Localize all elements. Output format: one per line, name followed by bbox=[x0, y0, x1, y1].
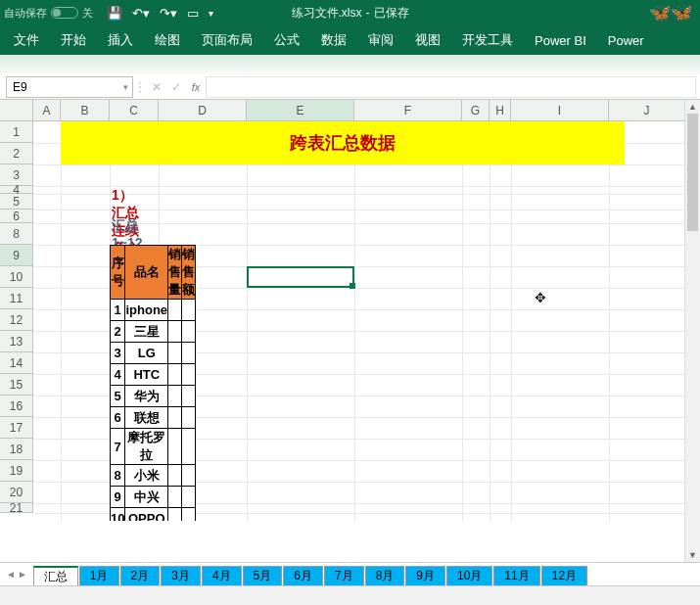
table-cell[interactable]: 中兴 bbox=[125, 487, 168, 508]
ribbon-tab[interactable]: Power bbox=[608, 33, 644, 48]
row-header[interactable]: 4 bbox=[0, 186, 33, 194]
ribbon-tab[interactable]: 开发工具 bbox=[462, 31, 513, 49]
vertical-scrollbar[interactable]: ▲ ▼ bbox=[684, 100, 700, 562]
row-header[interactable]: 6 bbox=[0, 209, 33, 223]
table-cell[interactable] bbox=[182, 487, 196, 508]
row-header[interactable]: 9 bbox=[0, 245, 33, 266]
accept-formula-icon[interactable]: ✓ bbox=[166, 80, 186, 94]
table-cell[interactable] bbox=[168, 407, 182, 429]
ribbon-tab[interactable]: 视图 bbox=[415, 31, 441, 49]
row-header[interactable]: 16 bbox=[0, 396, 33, 417]
ribbon-tab[interactable]: 绘图 bbox=[155, 31, 180, 49]
ribbon-tab[interactable]: 开始 bbox=[61, 31, 86, 49]
formula-bar[interactable] bbox=[206, 76, 696, 98]
table-cell[interactable] bbox=[168, 321, 182, 343]
ribbon-tab[interactable]: 文件 bbox=[14, 31, 39, 49]
spreadsheet-grid[interactable]: ABCDEFGHIJ 12345689101112131415161718192… bbox=[0, 100, 700, 521]
table-cell[interactable]: 摩托罗拉 bbox=[125, 429, 168, 465]
sheet-tab[interactable]: 11月 bbox=[493, 566, 539, 585]
ribbon-tab[interactable]: 数据 bbox=[321, 31, 347, 49]
sheet-tab[interactable]: 2月 bbox=[120, 566, 161, 585]
sheet-tab[interactable]: 5月 bbox=[243, 566, 283, 585]
row-header[interactable]: 21 bbox=[0, 503, 33, 513]
table-cell[interactable] bbox=[182, 407, 196, 429]
row-header[interactable]: 1 bbox=[0, 121, 33, 143]
table-cell[interactable] bbox=[182, 343, 196, 364]
table-cell[interactable]: 联想 bbox=[125, 407, 168, 429]
table-cell[interactable]: 4 bbox=[111, 364, 125, 386]
table-cell[interactable]: OPPO bbox=[125, 508, 168, 522]
table-cell[interactable] bbox=[168, 386, 182, 407]
table-row[interactable]: 2三星 bbox=[111, 321, 196, 343]
undo-icon[interactable]: ↶▾ bbox=[132, 6, 150, 21]
table-cell[interactable] bbox=[168, 465, 182, 487]
row-header[interactable]: 12 bbox=[0, 309, 33, 331]
column-header[interactable]: C bbox=[110, 100, 159, 121]
ribbon-tab[interactable]: 页面布局 bbox=[202, 31, 253, 49]
table-row[interactable]: 4HTC bbox=[111, 364, 196, 386]
toggle-pill[interactable] bbox=[51, 7, 78, 19]
table-cell[interactable] bbox=[168, 487, 182, 508]
autosave-toggle[interactable]: 自动保存 关 bbox=[4, 6, 93, 21]
table-cell[interactable]: 7 bbox=[111, 429, 125, 465]
table-cell[interactable]: 6 bbox=[111, 407, 125, 429]
qat-more-icon[interactable]: ▾ bbox=[209, 8, 213, 19]
table-cell[interactable] bbox=[182, 364, 196, 386]
sheet-tab[interactable]: 4月 bbox=[202, 566, 242, 585]
row-header[interactable]: 18 bbox=[0, 439, 33, 460]
table-row[interactable]: 1iphone bbox=[111, 300, 196, 321]
row-header[interactable]: 8 bbox=[0, 223, 33, 245]
scroll-up-arrow-icon[interactable]: ▲ bbox=[685, 100, 700, 114]
column-header[interactable]: F bbox=[354, 100, 462, 121]
sheet-tab[interactable]: 9月 bbox=[405, 566, 445, 585]
name-box[interactable]: E9 bbox=[6, 76, 133, 98]
table-row[interactable]: 6联想 bbox=[111, 407, 196, 429]
row-header[interactable]: 10 bbox=[0, 266, 33, 288]
table-row[interactable]: 7摩托罗拉 bbox=[111, 429, 196, 465]
column-header[interactable]: H bbox=[490, 100, 511, 121]
table-row[interactable]: 10OPPO bbox=[111, 508, 196, 522]
column-header[interactable]: B bbox=[61, 100, 110, 121]
ribbon-tab[interactable]: Power BI bbox=[535, 33, 586, 48]
column-header[interactable]: A bbox=[33, 100, 61, 121]
table-row[interactable]: 9中兴 bbox=[111, 487, 196, 508]
column-header[interactable]: G bbox=[462, 100, 490, 121]
ribbon-tab[interactable]: 插入 bbox=[108, 31, 133, 49]
touch-mode-icon[interactable]: ▭ bbox=[187, 6, 199, 21]
row-header[interactable]: 19 bbox=[0, 460, 33, 482]
column-header[interactable]: E bbox=[247, 100, 354, 121]
table-cell[interactable]: iphone bbox=[125, 300, 168, 321]
table-cell[interactable]: 三星 bbox=[125, 321, 168, 343]
row-header[interactable]: 11 bbox=[0, 288, 33, 309]
sheet-tab[interactable]: 1月 bbox=[79, 566, 119, 585]
row-header[interactable]: 2 bbox=[0, 143, 33, 164]
sheet-tab[interactable]: 7月 bbox=[324, 566, 364, 585]
ribbon-tab[interactable]: 公式 bbox=[274, 31, 300, 49]
sheet-tab[interactable]: 10月 bbox=[446, 566, 492, 585]
row-header[interactable]: 13 bbox=[0, 331, 33, 352]
fx-icon[interactable]: fx bbox=[186, 81, 206, 93]
row-header[interactable]: 5 bbox=[0, 194, 33, 209]
table-cell[interactable] bbox=[182, 321, 196, 343]
select-all-corner[interactable] bbox=[0, 100, 33, 121]
cancel-formula-icon[interactable]: ✕ bbox=[147, 80, 166, 94]
sheet-tab[interactable]: 12月 bbox=[541, 566, 587, 585]
sheet-tab[interactable]: 8月 bbox=[365, 566, 405, 585]
redo-icon[interactable]: ↷▾ bbox=[160, 6, 177, 21]
table-row[interactable]: 3LG bbox=[111, 343, 196, 364]
table-cell[interactable] bbox=[182, 429, 196, 465]
sheet-tab[interactable]: 3月 bbox=[161, 566, 201, 585]
table-cell[interactable]: 华为 bbox=[125, 386, 168, 407]
scroll-thumb[interactable] bbox=[687, 114, 698, 231]
table-cell[interactable]: HTC bbox=[125, 364, 168, 386]
column-header[interactable]: J bbox=[609, 100, 685, 121]
sheet-tab[interactable]: 汇总 bbox=[33, 566, 78, 585]
row-header[interactable]: 14 bbox=[0, 352, 33, 374]
table-cell[interactable]: 9 bbox=[111, 487, 125, 508]
table-cell[interactable] bbox=[168, 300, 182, 321]
scroll-down-arrow-icon[interactable]: ▼ bbox=[685, 548, 700, 562]
sheet-nav-next-icon[interactable]: ► bbox=[18, 569, 27, 580]
table-cell[interactable] bbox=[182, 465, 196, 487]
table-cell[interactable] bbox=[168, 343, 182, 364]
table-cell[interactable] bbox=[168, 429, 182, 465]
